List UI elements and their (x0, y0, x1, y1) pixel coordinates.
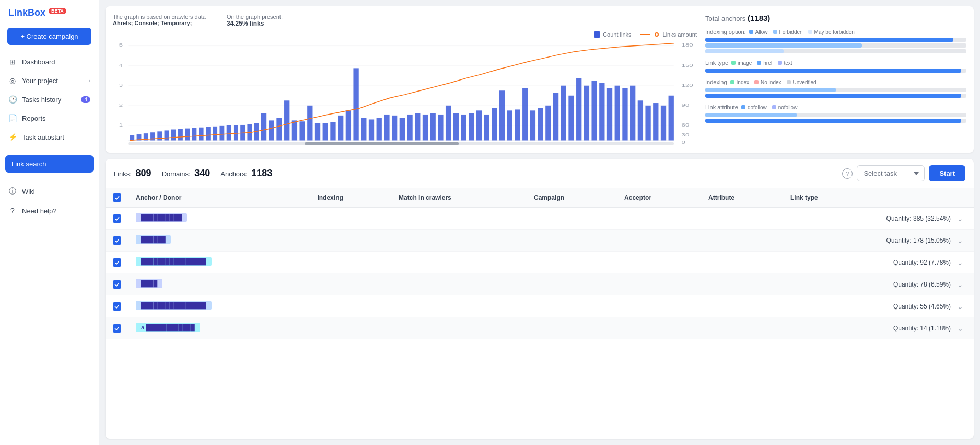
indexing-cell (310, 208, 391, 230)
legend-text: text (778, 60, 792, 66)
chart-container: 5 4 3 2 1 180 150 120 90 60 30 0 (113, 41, 697, 145)
chart-legend: Count links Links amount (113, 31, 697, 38)
legend-href: href (757, 60, 772, 66)
wiki-label: Wiki (22, 188, 35, 196)
sidebar-item-label: Reports (22, 115, 46, 122)
match-cell (391, 208, 527, 230)
row-checkbox[interactable] (113, 280, 121, 289)
col-match-in-crawlers: Match in crawlers (391, 188, 527, 208)
legend-forbidden: Forbidden (773, 29, 803, 35)
select-task-dropdown[interactable]: Select task (857, 165, 925, 181)
wiki-icon: ⓘ (8, 187, 17, 196)
anchors-stat: Anchors: 1183 (220, 168, 272, 179)
svg-text:180: 180 (682, 43, 693, 48)
expand-row-button[interactable]: ⌄ (954, 279, 966, 290)
expand-row-button[interactable]: ⌄ (954, 301, 966, 312)
match-cell (391, 230, 527, 252)
sidebar-item-task-autostart[interactable]: ⚡ Task autostart (0, 128, 99, 146)
table-row: ████████████████ Quantity: 92 (7.78%) ⌄ (106, 252, 974, 273)
link-attribute-legend: dofollow nofollow (741, 105, 797, 110)
expand-row-button[interactable]: ⌄ (954, 323, 966, 334)
indexing-cell (310, 317, 391, 339)
may-be-forbidden-dot (808, 30, 812, 34)
svg-rect-44 (315, 123, 320, 140)
indexing-cell (310, 273, 391, 295)
row-checkbox[interactable] (113, 302, 121, 311)
link-attribute-group: Link attribute dofollow nofollow (705, 104, 966, 123)
legend-dofollow: dofollow (741, 105, 767, 110)
row-checkbox[interactable] (113, 324, 121, 333)
sidebar-item-label: Dashboard (22, 58, 55, 66)
start-button[interactable]: Start (929, 165, 965, 181)
acceptor-cell (617, 208, 701, 230)
row-checkbox[interactable] (113, 236, 121, 245)
sidebar-item-wiki[interactable]: ⓘ Wiki (0, 181, 99, 201)
svg-rect-25 (178, 129, 183, 141)
quantity-cell: Quantity: 14 (1.18%) (893, 325, 951, 332)
link-attribute-bar-2 (705, 119, 966, 123)
top-card: The graph is based on crawlers data Ahre… (106, 6, 974, 153)
sidebar-item-need-help[interactable]: ? Need help? (0, 201, 99, 220)
row-checkbox[interactable] (113, 214, 121, 223)
index-dot (730, 80, 734, 84)
svg-rect-58 (423, 115, 428, 141)
acceptor-cell (617, 273, 701, 295)
select-all-checkbox[interactable] (113, 193, 121, 202)
attribute-cell (701, 317, 783, 339)
col-anchor-donor: Anchor / Donor (129, 188, 310, 208)
help-tooltip-icon[interactable]: ? (842, 168, 853, 179)
svg-rect-80 (591, 81, 597, 140)
chart-meta: The graph is based on crawlers data Ahre… (113, 14, 697, 27)
svg-rect-87 (645, 106, 650, 141)
link-type-cell: Quantity: 385 (32.54%) ⌄ (783, 208, 974, 230)
sidebar-item-label: Tasks history (22, 96, 61, 104)
svg-rect-83 (615, 86, 620, 141)
legend-index: Index (730, 79, 749, 85)
stats-panel: Total anchors (1183) Indexing option: Al… (705, 14, 966, 145)
expand-row-button[interactable]: ⌄ (954, 213, 966, 224)
sidebar-item-your-project[interactable]: ◎ Your project › (0, 71, 99, 90)
table-thead: Anchor / Donor Indexing Match in crawler… (106, 188, 974, 208)
unverified-dot (787, 80, 791, 84)
row-checkbox[interactable] (113, 258, 121, 267)
svg-rect-53 (384, 115, 389, 141)
expand-row-button[interactable]: ⌄ (954, 257, 966, 268)
svg-text:150: 150 (682, 63, 693, 67)
domains-stat: Domains: 340 (162, 168, 211, 179)
main-content: The graph is based on crawlers data Ahre… (99, 0, 980, 445)
svg-rect-57 (415, 113, 420, 140)
legend-no-index: No index (754, 79, 781, 85)
expand-row-button[interactable]: ⌄ (954, 235, 966, 246)
col-checkbox (106, 188, 129, 208)
svg-rect-78 (576, 78, 581, 140)
create-campaign-button[interactable]: + Create campaign (7, 28, 91, 45)
sidebar-item-reports[interactable]: 📄 Reports (0, 109, 99, 128)
sidebar-item-dashboard[interactable]: ⊞ Dashboard (0, 52, 99, 71)
svg-rect-68 (499, 90, 505, 140)
sidebar-item-link-search[interactable]: Link search (5, 155, 94, 173)
sidebar-item-tasks-history[interactable]: 🕐 Tasks history 4 (0, 90, 99, 109)
svg-rect-48 (346, 110, 351, 140)
svg-rect-88 (653, 103, 658, 140)
svg-rect-84 (622, 88, 627, 140)
svg-rect-59 (430, 113, 436, 140)
indexing-cell (310, 230, 391, 252)
link-type-cell: Quantity: 55 (4.65%) ⌄ (783, 295, 974, 317)
link-type-cell: Quantity: 178 (15.05%) ⌄ (783, 230, 974, 252)
link-type-bar-1 (705, 69, 966, 73)
links-amount-circle (655, 32, 659, 37)
svg-rect-32 (227, 125, 231, 141)
link-attribute-bar-1 (705, 113, 966, 117)
row-actions: Quantity: 92 (7.78%) ⌄ (790, 257, 966, 268)
indexing-option-label: Indexing option: Allow Forbidden (705, 29, 966, 35)
link-type-cell: Quantity: 14 (1.18%) ⌄ (783, 317, 974, 339)
reports-icon: 📄 (8, 114, 17, 122)
sidebar: LinkBox BETA + Create campaign ⊞ Dashboa… (0, 0, 99, 445)
table-row: a ████████████ Quantity: 14 (1.18%) ⌄ (106, 317, 974, 339)
campaign-cell (527, 208, 617, 230)
chevron-right-icon: › (89, 78, 90, 84)
indexing-legend: Index No index Unverified (730, 79, 816, 85)
row-actions: Quantity: 55 (4.65%) ⌄ (790, 301, 966, 312)
anchor-cell: ████ (129, 273, 310, 295)
svg-rect-33 (234, 125, 238, 141)
